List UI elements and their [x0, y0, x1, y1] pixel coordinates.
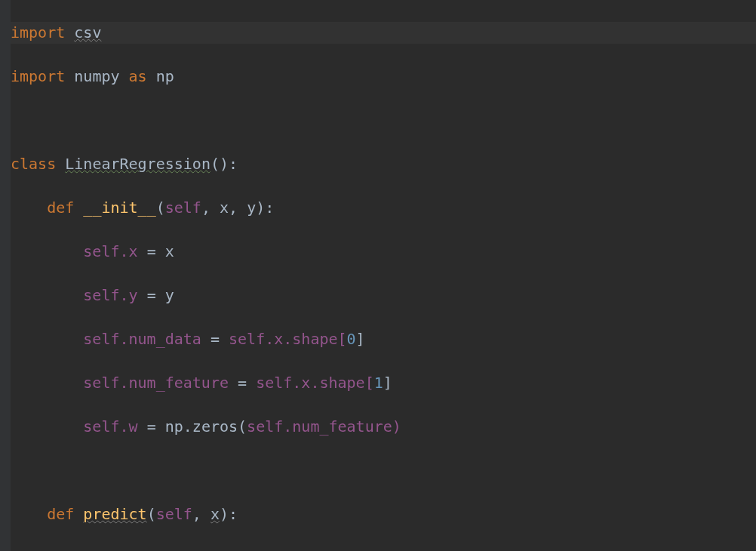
code-line[interactable]: self.y = y [11, 285, 756, 306]
method-init: __init__ [83, 199, 155, 217]
paren: (): [211, 155, 238, 173]
code-line[interactable]: self.w = np.zeros(self.num_feature) [11, 416, 756, 438]
code-line[interactable]: self.num_data = self.x.shape[0] [11, 328, 756, 350]
code-line[interactable]: ########################################… [11, 547, 756, 551]
code-line[interactable]: self.num_feature = self.x.shape[1] [11, 372, 756, 394]
keyword-def: def [47, 199, 74, 217]
code-line[interactable]: def __init__(self, x, y): [11, 197, 756, 219]
code-line[interactable]: import numpy as np [11, 66, 756, 88]
class-name: LinearRegression [65, 155, 211, 173]
code-line[interactable]: self.x = x [11, 241, 756, 263]
keyword-def: def [47, 505, 74, 523]
module-numpy: numpy [74, 67, 119, 85]
code-line[interactable] [11, 109, 756, 131]
keyword-import: import [11, 67, 65, 85]
editor-gutter [0, 0, 11, 551]
code-line[interactable] [11, 460, 756, 482]
self-param: self [165, 199, 201, 217]
code-line[interactable]: import csv [11, 22, 756, 44]
keyword-as: as [129, 67, 147, 85]
keyword-class: class [11, 155, 56, 173]
code-line[interactable]: class LinearRegression(): [11, 153, 756, 175]
code-line[interactable]: def predict(self, x): [11, 503, 756, 525]
code-editor[interactable]: import csv import numpy as np class Line… [11, 0, 756, 551]
module-csv: csv [74, 23, 101, 42]
keyword-import: import [11, 23, 65, 42]
alias-np: np [156, 67, 174, 85]
method-predict: predict [83, 505, 146, 523]
